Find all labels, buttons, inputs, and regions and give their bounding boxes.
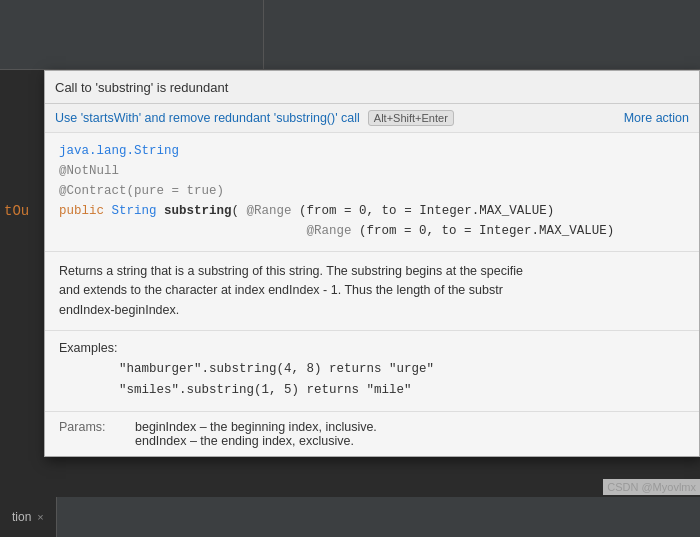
action-link[interactable]: Use 'startsWith' and remove redundant 's… <box>55 111 360 125</box>
left-code-stub: tOu <box>0 195 44 228</box>
bottom-tab-close[interactable]: × <box>37 511 43 523</box>
code-range2: @Range <box>307 224 352 238</box>
params-section: Params: beginIndex – the beginning index… <box>45 412 699 456</box>
params-end-index: endIndex – the ending index, exclusive. <box>135 434 377 448</box>
code-indent <box>59 224 299 238</box>
example-1: "hamburger".substring(4, 8) returns "urg… <box>119 359 685 380</box>
bottom-tab-label: tion <box>12 510 31 524</box>
description-section: Returns a string that is a substring of … <box>45 252 699 331</box>
code-range2-params: (from = 0, to = Integer.MAX_VALUE) <box>359 224 614 238</box>
popup-container: Call to 'substring' is redundant Use 'st… <box>44 70 700 457</box>
code-string-type: String <box>112 204 165 218</box>
shortcut-badge: Alt+Shift+Enter <box>368 110 454 126</box>
examples-label: Examples: <box>59 339 685 358</box>
code-range1-params: (from = 0, to = Integer.MAX_VALUE) <box>299 204 554 218</box>
divider <box>263 0 264 70</box>
bottom-bar: tion × <box>0 497 700 537</box>
code-line-5: @Range (from = 0, to = Integer.MAX_VALUE… <box>59 221 685 241</box>
code-line-3: @Contract(pure = true) <box>59 181 685 201</box>
code-method-name: substring( <box>164 204 239 218</box>
code-line-2: @NotNull <box>59 161 685 181</box>
code-notnull: @NotNull <box>59 164 119 178</box>
desc-line-3: endIndex-beginIndex. <box>59 301 685 320</box>
desc-line-2: and extends to the character at index en… <box>59 281 685 300</box>
code-section: java.lang.String @NotNull @Contract(pure… <box>45 133 699 252</box>
example-2: "smiles".substring(1, 5) returns "mile" <box>119 380 685 401</box>
params-label: Params: <box>59 420 119 448</box>
popup-header: Call to 'substring' is redundant <box>45 71 699 104</box>
code-contract: @Contract(pure = true) <box>59 184 224 198</box>
top-bar <box>0 0 700 70</box>
params-begin-index: beginIndex – the beginning index, inclus… <box>135 420 377 434</box>
watermark: CSDN @Myovlmx <box>603 479 700 495</box>
code-public: public <box>59 204 112 218</box>
code-range1: @Range <box>247 204 292 218</box>
examples-section: Examples: "hamburger".substring(4, 8) re… <box>45 331 699 412</box>
code-line-1: java.lang.String <box>59 141 685 161</box>
params-values: beginIndex – the beginning index, inclus… <box>135 420 377 448</box>
popup-title: Call to 'substring' is redundant <box>55 80 228 95</box>
desc-line-1: Returns a string that is a substring of … <box>59 262 685 281</box>
bottom-tab[interactable]: tion × <box>0 497 57 537</box>
code-line-4: public String substring( @Range (from = … <box>59 201 685 221</box>
left-stub-text: tOu <box>4 203 29 219</box>
popup-action-row: Use 'startsWith' and remove redundant 's… <box>45 104 699 133</box>
code-class-name: java.lang.String <box>59 144 179 158</box>
more-action-link[interactable]: More action <box>624 111 689 125</box>
